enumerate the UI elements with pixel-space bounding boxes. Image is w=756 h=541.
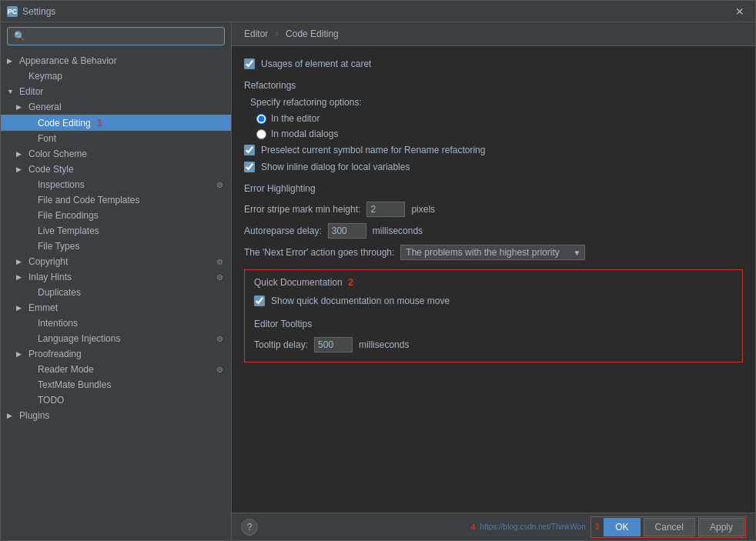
arrow-icon xyxy=(16,258,25,265)
autoreparse-input[interactable] xyxy=(328,223,366,239)
sidebar-item-label: File Types xyxy=(38,241,79,252)
sidebar-item-label: Font xyxy=(38,133,56,144)
sidebar-item-inlay-hints[interactable]: Inlay Hints ⚙ xyxy=(1,269,231,285)
tooltip-delay-row: Tooltip delay: milliseconds xyxy=(254,334,733,356)
tree: Appearance & Behavior Keymap Editor Gene… xyxy=(1,50,231,540)
sidebar-item-file-encodings[interactable]: File Encodings xyxy=(1,208,231,223)
sidebar-item-intentions[interactable]: Intentions xyxy=(1,316,231,331)
radio-editor-label: In the editor xyxy=(271,113,319,124)
sidebar-item-language-injections[interactable]: Language Injections ⚙ xyxy=(1,331,231,346)
next-error-select-wrapper: The problems with the highest priority A… xyxy=(400,245,585,260)
quick-doc-checkbox[interactable] xyxy=(254,296,265,306)
help-button[interactable]: ? xyxy=(241,519,258,536)
arrow-icon xyxy=(16,350,25,358)
search-input[interactable] xyxy=(7,27,225,45)
sidebar-item-label: Language Injections xyxy=(38,333,120,344)
show-inline-label: Show inline dialog for local variables xyxy=(261,162,410,172)
sidebar-item-file-types[interactable]: File Types xyxy=(1,239,231,254)
radio-modal[interactable] xyxy=(256,129,266,139)
specify-label: Specify refactoring options: xyxy=(250,97,743,108)
sidebar-item-inspections[interactable]: Inspections ⚙ xyxy=(1,177,231,192)
preselect-row: Preselect current symbol name for Rename… xyxy=(244,142,743,159)
content-area: Appearance & Behavior Keymap Editor Gene… xyxy=(1,22,755,540)
quick-doc-row: Show quick documentation on mouse move xyxy=(254,292,733,309)
sidebar-item-label: Color Scheme xyxy=(28,149,87,159)
tooltip-delay-label: Tooltip delay: xyxy=(254,339,308,350)
sidebar-item-label: Plugins xyxy=(19,410,49,421)
sidebar-item-label: File and Code Templates xyxy=(38,195,140,205)
sidebar-item-emmet[interactable]: Emmet xyxy=(1,300,231,316)
sidebar-item-live-templates[interactable]: Live Templates xyxy=(1,223,231,239)
title-bar-left: PC Settings xyxy=(7,6,55,17)
tooltip-delay-unit: milliseconds xyxy=(359,339,409,350)
badge-1: 1 xyxy=(97,117,102,129)
radio-editor-row: In the editor xyxy=(256,111,743,126)
preselect-checkbox[interactable] xyxy=(244,145,255,155)
sidebar-item-reader-mode[interactable]: Reader Mode ⚙ xyxy=(1,362,231,377)
close-button[interactable]: ✕ xyxy=(731,4,749,19)
settings-icon: ⚙ xyxy=(214,272,225,282)
sidebar-item-editor[interactable]: Editor xyxy=(1,84,231,99)
breadcrumb-current: Code Editing xyxy=(286,28,339,39)
settings-window: PC Settings ✕ Appearance & Behavior Keym… xyxy=(0,0,756,541)
sidebar-item-label: General xyxy=(28,102,62,112)
arrow-icon xyxy=(16,304,25,312)
main-panel: Editor › Code Editing Usages of element … xyxy=(232,22,755,540)
sidebar-item-code-style[interactable]: Code Style xyxy=(1,162,231,177)
sidebar-item-duplicates[interactable]: Duplicates xyxy=(1,285,231,300)
bottom-bar: ? 4 https://blog.csdn.net/ThinkWon 3 OK … xyxy=(232,513,755,540)
sidebar-item-label: File Encodings xyxy=(38,210,99,221)
sidebar-item-copyright[interactable]: Copyright ⚙ xyxy=(1,254,231,269)
quick-doc-title: Quick Documentation 2 xyxy=(254,276,733,288)
arrow-icon xyxy=(7,412,16,419)
ok-cancel-group: 3 OK Cancel Apply xyxy=(590,516,746,538)
refactorings-title: Refactorings xyxy=(244,80,743,91)
watermark-text: https://blog.csdn.net/ThinkWon xyxy=(480,523,586,531)
radio-editor[interactable] xyxy=(256,114,266,124)
arrow-icon xyxy=(16,273,25,281)
usages-checkbox[interactable] xyxy=(244,58,255,69)
sidebar-item-textmate-bundles[interactable]: TextMate Bundles xyxy=(1,377,231,392)
sidebar-item-todo[interactable]: TODO xyxy=(1,392,231,408)
bottom-left: ? xyxy=(241,519,258,536)
show-inline-checkbox[interactable] xyxy=(244,162,255,172)
usages-label: Usages of element at caret xyxy=(261,58,371,69)
sidebar-item-general[interactable]: General xyxy=(1,99,231,115)
error-stripe-input[interactable] xyxy=(366,202,405,217)
sidebar-item-proofreading[interactable]: Proofreading xyxy=(1,346,231,362)
sidebar-item-appearance[interactable]: Appearance & Behavior xyxy=(1,53,231,68)
settings-icon: ⚙ xyxy=(214,364,225,375)
apply-button[interactable]: Apply xyxy=(698,518,744,536)
sidebar-item-font[interactable]: Font xyxy=(1,131,231,146)
badge-3: 3 xyxy=(595,523,600,531)
autoreparse-unit: milliseconds xyxy=(373,225,423,236)
sidebar-item-label: Appearance & Behavior xyxy=(19,55,117,66)
next-error-row: The 'Next Error' action goes through: Th… xyxy=(244,242,743,263)
sidebar-item-label: Copyright xyxy=(28,256,68,267)
settings-icon: ⚙ xyxy=(214,333,225,344)
next-error-select[interactable]: The problems with the highest priority A… xyxy=(400,245,585,260)
autoreparse-row: Autoreparse delay: milliseconds xyxy=(244,220,743,242)
sidebar-item-color-scheme[interactable]: Color Scheme xyxy=(1,146,231,162)
window-title: Settings xyxy=(22,6,55,17)
tooltip-delay-input[interactable] xyxy=(314,337,353,352)
sidebar-item-label: Duplicates xyxy=(38,287,81,298)
radio-modal-row: In modal dialogs xyxy=(256,126,743,142)
cancel-button[interactable]: Cancel xyxy=(644,518,695,536)
sidebar-item-label: Code Editing xyxy=(38,118,91,129)
autoreparse-label: Autoreparse delay: xyxy=(244,225,322,236)
badge-4: 4 xyxy=(470,523,475,532)
radio-group: In the editor In modal dialogs xyxy=(256,111,743,142)
show-inline-row: Show inline dialog for local variables xyxy=(244,159,743,175)
sidebar-item-label: Emmet xyxy=(28,302,58,313)
ok-button[interactable]: OK xyxy=(604,518,640,536)
radio-modal-label: In modal dialogs xyxy=(271,129,338,139)
sidebar-item-file-code-templates[interactable]: File and Code Templates xyxy=(1,192,231,208)
breadcrumb-parent: Editor xyxy=(244,28,268,39)
error-stripe-unit: pixels xyxy=(411,204,435,215)
sidebar-item-plugins[interactable]: Plugins xyxy=(1,408,231,423)
error-stripe-label: Error stripe mark min height: xyxy=(244,204,360,215)
sidebar-item-keymap[interactable]: Keymap xyxy=(1,68,231,84)
sidebar-item-code-editing[interactable]: Code Editing 1 xyxy=(1,115,231,131)
bottom-right: 4 https://blog.csdn.net/ThinkWon 3 OK Ca… xyxy=(467,516,746,538)
